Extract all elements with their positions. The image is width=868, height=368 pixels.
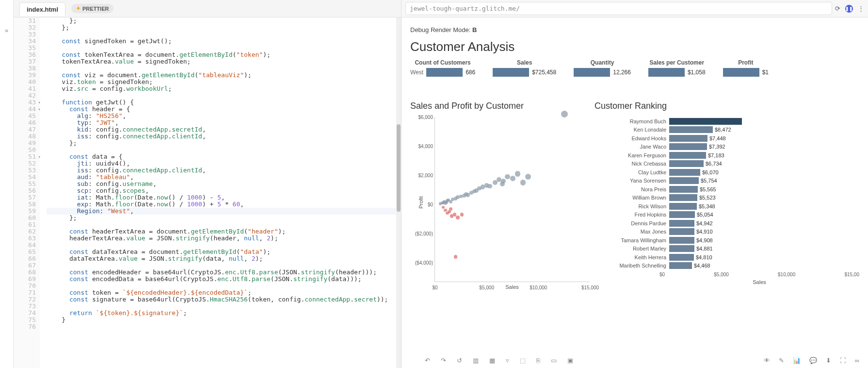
export-image-icon[interactable]: ⬚	[520, 357, 526, 364]
kpi-value: 12,266	[613, 69, 631, 76]
ranking-x-axis: $0$5,000$10,000$15,00	[659, 270, 859, 277]
replay-icon[interactable]: ↺	[457, 357, 462, 364]
data-point[interactable]	[448, 210, 451, 214]
rank-row[interactable]: Raymond Buch	[604, 117, 859, 126]
rank-bar	[669, 186, 698, 193]
workbook-icon[interactable]: ▣	[567, 357, 573, 364]
rank-value: $7,392	[709, 144, 725, 150]
rank-name: Yana Sorensen	[604, 178, 669, 184]
rank-row[interactable]: Yana Sorensen $5,754	[604, 177, 859, 185]
rank-value: $8,472	[715, 127, 731, 133]
kpi-value: 686	[466, 69, 475, 76]
rank-value: $5,054	[697, 212, 713, 217]
fullscreen-icon[interactable]: ⛶	[840, 357, 846, 364]
rank-bar	[669, 245, 694, 252]
rank-x-tick: $15,00	[844, 272, 859, 277]
rank-name: Rick Wilson	[604, 203, 669, 209]
refresh-icon[interactable]: ⟳	[835, 5, 840, 13]
rank-row[interactable]: Clay Ludtke $6,070	[604, 168, 859, 177]
rank-name: Maribeth Schnelling	[604, 263, 669, 268]
export-data-icon[interactable]: ▥	[473, 357, 479, 364]
share-icon[interactable]: ∞	[855, 357, 859, 364]
view-icon[interactable]: 👁	[764, 357, 770, 364]
rank-name: Jane Waco	[604, 144, 669, 150]
ranking-title: Customer Ranking	[595, 101, 859, 111]
data-point[interactable]	[515, 171, 520, 176]
data-point[interactable]	[454, 255, 457, 258]
powerpoint-icon[interactable]: ▭	[551, 357, 557, 364]
sidebar-toggle[interactable]: »	[0, 0, 14, 368]
export-crosstab-icon[interactable]: ▦	[489, 357, 495, 364]
rank-name: Raymond Buch	[604, 118, 669, 124]
rank-row[interactable]: Karen Ferguson $7,183	[604, 151, 859, 160]
undo-icon[interactable]: ↶	[425, 357, 430, 364]
filter-icon[interactable]: ▿	[506, 357, 509, 364]
code-editor[interactable]: 3132333435363738394041424344454647484950…	[14, 17, 401, 368]
editor-pane: index.html ✦ PRETTIER 313233343536373839…	[14, 0, 402, 368]
rank-row[interactable]: Rick Wilson $5,348	[604, 202, 859, 211]
rank-name: Fred Hopkins	[604, 212, 669, 217]
kpi-3: Sales per Customer $1,058	[648, 59, 706, 77]
scatter-plot-area[interactable]: Profit ($4,000)($2,000)$0$2,000$4,000$6,…	[434, 117, 590, 282]
rank-row[interactable]: Nick Crebassa $6,734	[604, 160, 859, 168]
rank-bar	[669, 228, 694, 235]
rank-name: Clay Ludtke	[604, 169, 669, 175]
pause-icon[interactable]: ❚❚	[845, 5, 853, 13]
rank-row[interactable]: Keith Herrera $4,810	[604, 253, 859, 262]
rank-row[interactable]: Fred Hopkins $5,054	[604, 211, 859, 219]
y-tick: $0	[412, 202, 433, 207]
data-point[interactable]	[510, 176, 515, 181]
rank-row[interactable]: Maribeth Schnelling $4,468	[604, 262, 859, 270]
data-point[interactable]	[500, 182, 505, 186]
rank-x-tick: $5,000	[714, 272, 729, 277]
prettier-badge[interactable]: ✦ PRETTIER	[71, 4, 113, 13]
x-tick: $0	[432, 285, 437, 290]
editor-scrollbar[interactable]	[396, 17, 401, 368]
edit-icon[interactable]: ✎	[779, 357, 784, 364]
pdf-icon[interactable]: ⎘	[536, 357, 540, 364]
rank-row[interactable]: Dennis Pardue $4,942	[604, 219, 859, 228]
data-point[interactable]	[561, 111, 568, 117]
rank-name: Robert Marley	[604, 246, 669, 251]
rank-row[interactable]: Robert Marley $4,881	[604, 245, 859, 253]
comment-icon[interactable]: 💬	[809, 357, 817, 364]
kpi-bar	[723, 68, 759, 77]
rank-row[interactable]: Edward Hooks $7,448	[604, 134, 859, 143]
rank-bar	[669, 194, 697, 201]
metrics-icon[interactable]: 📊	[793, 357, 801, 364]
prettier-label: PRETTIER	[82, 6, 109, 12]
rank-bar	[669, 177, 699, 184]
data-point[interactable]	[456, 216, 459, 219]
rank-row[interactable]: Ken Lonsdale $8,472	[604, 126, 859, 134]
data-point[interactable]	[505, 174, 510, 180]
y-tick: $4,000	[412, 144, 433, 149]
rank-value: $4,881	[696, 246, 713, 251]
code-body[interactable]: }; }; const signedToken = getJwt(); cons…	[40, 17, 401, 368]
rank-bar	[669, 203, 697, 210]
data-point[interactable]	[525, 174, 531, 180]
rank-row[interactable]: Tamara Willingham $4,908	[604, 236, 859, 245]
region-label: West	[410, 69, 423, 76]
download-icon[interactable]: ⬇	[826, 357, 831, 364]
more-icon[interactable]: ⋮	[858, 5, 864, 13]
rank-value: $5,754	[701, 178, 717, 184]
rank-row[interactable]: William Brown $5,523	[604, 194, 859, 202]
y-tick: $2,000	[412, 173, 433, 178]
tab-file[interactable]: index.html	[19, 2, 65, 16]
kpi-value: $725,458	[532, 69, 556, 76]
scrollbar-thumb[interactable]	[397, 124, 401, 212]
kpi-value: $1,058	[688, 69, 706, 76]
rank-row[interactable]: Nora Preis $5,565	[604, 185, 859, 194]
data-point[interactable]	[449, 207, 452, 211]
rank-row[interactable]: Jane Waco $7,392	[604, 143, 859, 151]
kpi-1: Sales $725,458	[493, 59, 556, 77]
data-point[interactable]	[460, 213, 464, 217]
rank-row[interactable]: Max Jones $4,910	[604, 228, 859, 236]
rank-value: $5,565	[700, 186, 716, 192]
url-input[interactable]: jewel-tough-quartz.glitch.me/	[405, 2, 832, 15]
rank-value: $4,908	[696, 237, 713, 243]
data-point[interactable]	[487, 184, 492, 189]
data-point[interactable]	[520, 180, 526, 185]
redo-icon[interactable]: ↷	[441, 357, 446, 364]
debug-mode-label: Debug Render Mode: B	[410, 26, 859, 33]
